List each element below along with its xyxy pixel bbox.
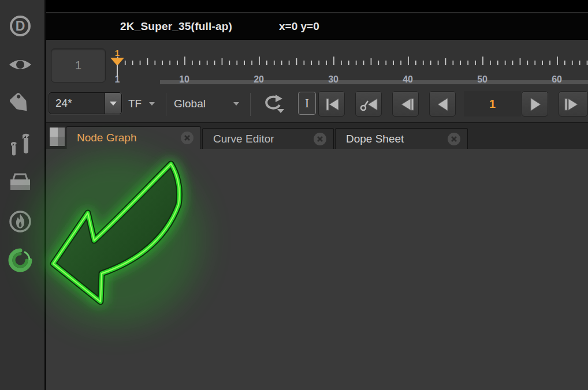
step-forward-button[interactable] [559,91,588,117]
node-graph-canvas[interactable] [46,149,588,390]
d-badge-icon[interactable]: D [8,13,33,39]
chevron-down-icon [110,102,117,106]
prev-keyframe-button[interactable] [355,91,382,117]
fps-value: 24* [49,97,105,110]
fps-combo[interactable]: 24* [49,92,122,114]
tab-label: Node Graph [66,132,181,144]
viewer-top-strip [46,0,588,12]
green-swirl-icon[interactable] [8,247,33,273]
timeline-range-scrollbar[interactable] [160,80,588,84]
tab-curve-editor[interactable]: Curve Editor [202,128,334,149]
chevron-down-icon [233,102,239,106]
play-backward-button[interactable] [429,91,456,117]
close-tab-icon[interactable] [181,132,193,144]
tf-dropdown[interactable]: TF [128,92,142,115]
current-frame-field[interactable]: 1 [464,91,521,117]
toolbar-separator [250,93,251,116]
step-forward-icon [559,92,586,117]
tab-label: Curve Editor [203,133,314,145]
playhead-line [117,65,118,77]
step-backward-icon [393,92,419,117]
prev-keyframe-icon [356,92,382,117]
tab-label: Dope Sheet [336,133,448,145]
ruler-frame-label: 10 [179,74,189,85]
timeline-ruler[interactable] [107,55,588,66]
flame-circle-icon[interactable] [8,209,33,234]
active-tab-merge [66,148,200,149]
chevron-down-icon [149,102,155,106]
ruler-frame-label: 40 [403,74,413,85]
tab-node-graph[interactable]: Node Graph [66,126,201,149]
playback-loop-mode-button[interactable] [260,93,285,114]
viewer-format-label: 2K_Super_35(full-ap) [120,13,232,39]
wrenches-icon[interactable] [8,130,33,156]
eye-icon[interactable] [8,52,33,77]
play-backward-icon [430,92,456,117]
play-forward-icon [522,92,549,117]
ruler-frame-label: 50 [477,74,487,85]
input-range-toggle-button[interactable]: I [298,92,316,115]
svg-text:D: D [16,18,25,33]
viewer-cursor-coordinates: x=0 y=0 [279,13,319,39]
ruler-frame-label: 20 [254,74,264,85]
pane-layout-icon[interactable] [50,127,65,146]
play-forward-button[interactable] [522,91,548,117]
frame-range-dropdown[interactable]: Global [174,92,206,115]
playhead-frame-number: 1 [111,48,124,58]
app-window: D [0,0,588,390]
ruler-frame-label: 30 [328,74,338,85]
toolbar-sidebar: D [0,0,44,390]
timeline-range-start-field[interactable]: 1 [51,48,106,82]
goto-start-icon [319,92,345,117]
tab-dope-sheet[interactable]: Dope Sheet [335,128,468,149]
fps-dropdown-button[interactable] [105,93,121,114]
ruler-frame-label: 60 [552,74,562,85]
tag-icon[interactable] [8,92,33,117]
step-backward-button[interactable] [392,91,419,117]
goto-start-button[interactable] [318,91,345,117]
toolbox-icon[interactable] [8,169,33,194]
toolbar-separator [166,93,166,116]
close-tab-icon[interactable] [314,133,326,145]
close-tab-icon[interactable] [448,133,460,145]
viewer-format-bar: 2K_Super_35(full-ap) x=0 y=0 [46,13,588,39]
